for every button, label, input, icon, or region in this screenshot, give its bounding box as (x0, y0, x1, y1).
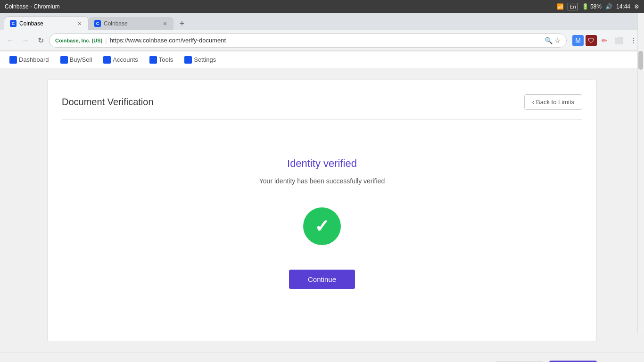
tab-1[interactable]: C Coinbase × (4, 16, 89, 30)
checkmark: ✓ (314, 217, 330, 235)
back-to-limits-button[interactable]: ‹ Back to Limits (524, 94, 582, 110)
dashboard-icon (9, 56, 17, 64)
scrollbar-track[interactable] (637, 13, 644, 334)
os-titlebar: Coinbase - Chromium 📶 En 🔋 58% 🔊 14:44 ⚙ (0, 0, 644, 13)
tab-2-close[interactable]: × (162, 20, 168, 27)
refresh-button[interactable]: ↻ (34, 34, 47, 47)
footer: Home Careers Legal & Privacy © 2018 Coin… (0, 353, 644, 362)
profile-button[interactable]: M (572, 35, 584, 46)
accounts-icon (103, 56, 111, 64)
nav-tools[interactable]: Tools (149, 56, 173, 64)
verified-section: Identity verified Your identity has been… (62, 129, 582, 327)
nav-accounts[interactable]: Accounts (103, 56, 138, 64)
card-header: Document Verification ‹ Back to Limits (62, 94, 582, 120)
nav-buysell[interactable]: Buy/Sell (60, 56, 92, 64)
scrollbar-thumb[interactable] (638, 51, 643, 70)
tab-2-title: Coinbase (104, 20, 159, 27)
new-tab-button[interactable]: + (175, 17, 189, 30)
volume-icon: 🔊 (605, 3, 612, 10)
url-bar[interactable]: Coinbase, Inc. [US] | https://www.coinba… (49, 33, 567, 48)
main-content: Document Verification ‹ Back to Limits I… (0, 68, 644, 353)
document-verification-card: Document Verification ‹ Back to Limits I… (47, 80, 597, 341)
verified-subtitle: Your identity has been successfully veri… (259, 177, 385, 185)
coinbase-nav: Dashboard Buy/Sell Accounts Tools Settin… (0, 51, 644, 68)
os-title-text: Coinbase - Chromium (5, 3, 60, 10)
tab-1-close[interactable]: × (77, 20, 83, 27)
tab-2[interactable]: C Coinbase × (89, 17, 173, 30)
settings-nav-icon (184, 56, 192, 64)
security-label: Coinbase, Inc. [US] (55, 38, 102, 43)
extension-pen[interactable]: ✏ (599, 35, 610, 46)
tab-1-title: Coinbase (19, 20, 74, 27)
verified-title: Identity verified (287, 157, 357, 170)
url-action-icons: 🔍 ☆ (545, 37, 561, 44)
tools-icon (149, 56, 157, 64)
address-bar: ← → ↻ Coinbase, Inc. [US] | https://www.… (0, 30, 644, 51)
back-button[interactable]: ← (4, 34, 17, 47)
bookmark-icon[interactable]: ☆ (554, 37, 561, 44)
settings-icon: ⚙ (634, 3, 639, 10)
cast-button[interactable]: ⬜ (612, 34, 625, 47)
browser-chrome: C Coinbase × C Coinbase × + ← → ↻ Coinba… (0, 13, 644, 51)
os-system-tray: 📶 En 🔋 58% 🔊 14:44 ⚙ (557, 3, 639, 10)
browser-extensions: M 🛡 ✏ ⬜ ⋮ (572, 34, 640, 47)
url-separator: | (105, 37, 107, 44)
continue-button[interactable]: Continue (289, 270, 355, 289)
clock: 14:44 (616, 3, 630, 10)
tab-bar: C Coinbase × C Coinbase × + (0, 13, 644, 30)
search-icon[interactable]: 🔍 (545, 37, 553, 44)
buysell-icon (60, 56, 68, 64)
nav-settings[interactable]: Settings (184, 56, 216, 64)
tab-2-favicon: C (94, 20, 101, 27)
os-title: Coinbase - Chromium (5, 3, 60, 10)
card-title: Document Verification (62, 97, 154, 107)
verified-checkmark-icon: ✓ (303, 207, 341, 245)
nav-dashboard[interactable]: Dashboard (9, 56, 49, 64)
forward-button[interactable]: → (19, 34, 32, 47)
language-indicator: En (568, 3, 578, 10)
wifi-icon: 📶 (557, 3, 564, 10)
chevron-left-icon: ‹ (532, 99, 534, 106)
url-text: https://www.coinbase.com/verify-document (110, 37, 226, 44)
extension-shield[interactable]: 🛡 (586, 35, 597, 46)
battery-indicator: 🔋 58% (582, 3, 602, 10)
tab-1-favicon: C (10, 20, 17, 27)
